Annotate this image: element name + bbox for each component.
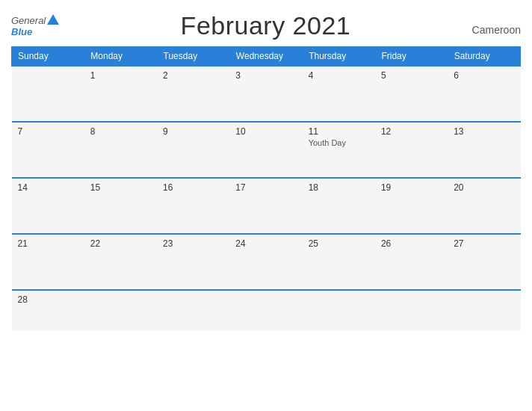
calendar-cell: 6 bbox=[448, 66, 520, 122]
day-number: 2 bbox=[163, 70, 223, 81]
calendar-cell: 15 bbox=[84, 178, 157, 234]
calendar-cell: 22 bbox=[84, 234, 157, 290]
calendar-cell: 3 bbox=[229, 66, 302, 122]
calendar-cell: 5 bbox=[375, 66, 448, 122]
calendar-cell: 26 bbox=[375, 234, 448, 290]
day-number: 27 bbox=[454, 238, 514, 249]
calendar-cell: 25 bbox=[303, 234, 375, 290]
week-row: 14151617181920 bbox=[12, 178, 521, 234]
calendar-cell: 18 bbox=[303, 178, 375, 234]
day-headers-row: Sunday Monday Tuesday Wednesday Thursday… bbox=[12, 47, 521, 67]
calendar-cell: 1 bbox=[84, 66, 157, 122]
day-number: 3 bbox=[235, 70, 296, 81]
month-title: February 2021 bbox=[181, 11, 351, 40]
calendar-cell: 16 bbox=[157, 178, 229, 234]
logo: General Blue bbox=[11, 14, 59, 37]
day-number: 19 bbox=[381, 182, 442, 193]
calendar-cell: 17 bbox=[229, 178, 302, 234]
day-number: 26 bbox=[381, 238, 442, 249]
calendar-cell: 20 bbox=[448, 178, 520, 234]
calendar-cell: 7 bbox=[12, 122, 84, 178]
calendar-header: General Blue February 2021 Cameroon bbox=[11, 7, 521, 46]
calendar-cell bbox=[84, 290, 157, 331]
calendar-cell: 11Youth Day bbox=[303, 122, 375, 178]
header-thursday: Thursday bbox=[303, 47, 375, 67]
day-number: 10 bbox=[235, 126, 296, 137]
calendar-cell bbox=[303, 290, 375, 331]
day-number: 4 bbox=[309, 70, 369, 81]
day-number: 28 bbox=[18, 294, 78, 305]
day-number: 20 bbox=[454, 182, 514, 193]
day-number: 18 bbox=[309, 182, 369, 193]
day-number: 14 bbox=[18, 182, 78, 193]
calendar-cell: 12 bbox=[375, 122, 448, 178]
calendar-cell: 10 bbox=[229, 122, 302, 178]
calendar-cell: 28 bbox=[12, 290, 84, 331]
day-number: 5 bbox=[381, 70, 442, 81]
calendar-table: Sunday Monday Tuesday Wednesday Thursday… bbox=[11, 46, 521, 331]
calendar-cell: 27 bbox=[448, 234, 520, 290]
calendar-cell bbox=[12, 66, 84, 122]
header-tuesday: Tuesday bbox=[157, 47, 229, 67]
week-row: 21222324252627 bbox=[12, 234, 521, 290]
calendar-cell: 23 bbox=[157, 234, 229, 290]
calendar-cell bbox=[448, 290, 520, 331]
day-number: 15 bbox=[90, 182, 151, 193]
day-number: 22 bbox=[90, 238, 151, 249]
header-friday: Friday bbox=[375, 47, 448, 67]
day-number: 23 bbox=[163, 238, 223, 249]
day-number: 11 bbox=[309, 126, 369, 137]
calendar-cell bbox=[157, 290, 229, 331]
calendar-cell: 4 bbox=[303, 66, 375, 122]
calendar-cell: 19 bbox=[375, 178, 448, 234]
logo-general-text: General bbox=[11, 15, 46, 26]
calendar-cell: 21 bbox=[12, 234, 84, 290]
week-row: 123456 bbox=[12, 66, 521, 122]
day-number: 6 bbox=[454, 70, 514, 81]
day-number: 21 bbox=[18, 238, 78, 249]
calendar-cell bbox=[375, 290, 448, 331]
header-saturday: Saturday bbox=[448, 47, 520, 67]
header-wednesday: Wednesday bbox=[229, 47, 302, 67]
day-number: 7 bbox=[18, 126, 78, 137]
week-row: 7891011Youth Day1213 bbox=[12, 122, 521, 178]
day-number: 1 bbox=[90, 70, 151, 81]
day-number: 8 bbox=[90, 126, 151, 137]
week-row: 28 bbox=[12, 290, 521, 331]
day-number: 9 bbox=[163, 126, 223, 137]
day-number: 12 bbox=[381, 126, 442, 137]
day-number: 25 bbox=[309, 238, 369, 249]
calendar-cell bbox=[229, 290, 302, 331]
calendar-cell: 2 bbox=[157, 66, 229, 122]
day-number: 13 bbox=[454, 126, 514, 137]
calendar-cell: 8 bbox=[84, 122, 157, 178]
logo-blue-text: Blue bbox=[11, 26, 32, 37]
calendar-cell: 13 bbox=[448, 122, 520, 178]
calendar-cell: 24 bbox=[229, 234, 302, 290]
header-monday: Monday bbox=[84, 47, 157, 67]
event-label: Youth Day bbox=[309, 138, 369, 147]
country-label: Cameroon bbox=[472, 24, 521, 40]
day-number: 24 bbox=[235, 238, 296, 249]
calendar-cell: 9 bbox=[157, 122, 229, 178]
calendar-container: General Blue February 2021 Cameroon Sund… bbox=[0, 0, 532, 411]
logo-triangle-icon bbox=[47, 14, 59, 25]
day-number: 16 bbox=[163, 182, 223, 193]
header-sunday: Sunday bbox=[12, 47, 84, 67]
day-number: 17 bbox=[235, 182, 296, 193]
calendar-cell: 14 bbox=[12, 178, 84, 234]
